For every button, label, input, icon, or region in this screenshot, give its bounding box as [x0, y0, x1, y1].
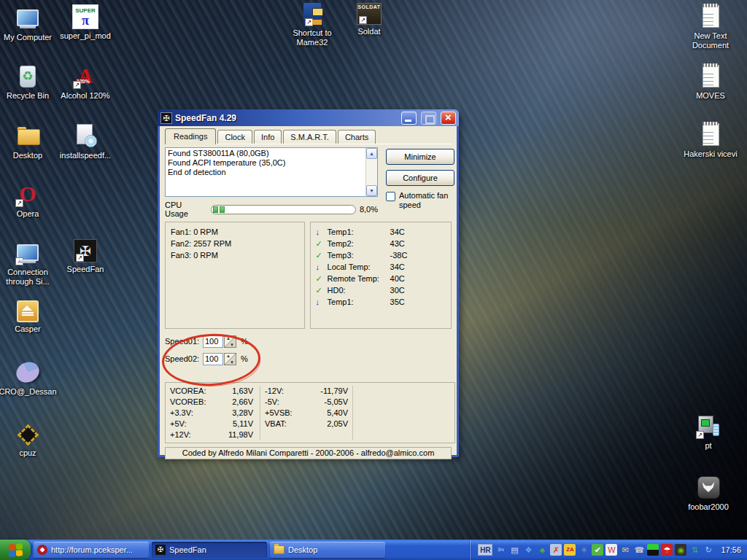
temp-row: ✓ Remote Temp: 40C	[316, 273, 446, 284]
speed01-spinner[interactable]	[224, 335, 236, 348]
desktop-icon-installspeedfan[interactable]: installspeedf...	[53, 122, 117, 160]
scroll-up-icon[interactable]: ▲	[366, 148, 377, 159]
tray-mail-icon[interactable]: ✉	[619, 544, 631, 556]
minimize-window-button[interactable]	[401, 112, 417, 125]
shortcut-arrow-icon	[15, 257, 23, 265]
tab-charts[interactable]: Charts	[338, 130, 376, 144]
icon-label: Alcohol 120%	[53, 91, 117, 101]
super-pi-icon: SUPER π	[72, 4, 98, 29]
tab-readings[interactable]: Readings	[165, 128, 216, 144]
minimize-button[interactable]: Minimize	[386, 149, 454, 165]
tab-info[interactable]: Info	[254, 130, 282, 144]
installer-icon	[71, 122, 99, 149]
speedfan-icon: ✠	[74, 239, 97, 262]
close-window-button[interactable]	[441, 112, 456, 125]
desktop-icon-soldat[interactable]: SOLDAT Soldat	[337, 3, 401, 36]
task-label: Desktop	[288, 545, 317, 554]
soldat-logo-text: SOLDAT	[357, 4, 380, 10]
taskbar-task-speedfan[interactable]: ✠ SpeedFan	[152, 542, 267, 558]
tray-device-error-icon[interactable]: ☎	[633, 544, 645, 556]
tray-network-error-icon[interactable]: ✗	[550, 544, 562, 556]
desktop-icon-foobar2000[interactable]: foobar2000	[676, 474, 740, 512]
windows-flag-icon	[9, 542, 23, 556]
speed02-input[interactable]	[203, 353, 223, 365]
chip-art	[17, 424, 39, 446]
temp-value: 34C	[390, 226, 405, 238]
temp-row: ✓ HD0: 30C	[316, 284, 446, 296]
speed02-spinner[interactable]	[224, 353, 236, 365]
temp-value: 35C	[390, 296, 405, 308]
tray-shield-check-icon[interactable]: ✔	[592, 544, 603, 556]
language-indicator[interactable]: HR	[478, 544, 492, 556]
desktop-icon-connection[interactable]: Connection through Si...	[0, 239, 60, 287]
start-button[interactable]	[0, 540, 31, 560]
icon-label: New Text Document	[678, 31, 743, 50]
tray-avira-icon[interactable]: ☂	[661, 544, 673, 556]
shortcut-arrow-icon	[696, 431, 704, 439]
maximize-window-button[interactable]	[421, 112, 436, 125]
voltage-value: 5,40V	[310, 408, 348, 419]
window-titlebar[interactable]: ✠ SpeedFan 4.29	[158, 109, 459, 126]
desktop-icon-opera[interactable]: O Opera	[0, 181, 60, 219]
network-connection-icon	[14, 239, 42, 265]
desktop-icon-super-pi[interactable]: SUPER π super_pi_mod	[53, 4, 117, 41]
temp-row: ↓ Local Temp: 34C	[316, 261, 446, 273]
configure-button[interactable]: Configure	[386, 170, 454, 186]
tab-clock[interactable]: Clock	[217, 130, 252, 144]
tray-nvidia-icon[interactable]: ◉	[675, 544, 686, 556]
tray-network-computers-icon[interactable]: ▤	[508, 544, 520, 556]
icon-label: Casper	[0, 324, 60, 334]
voltage-label: VCOREB:	[170, 397, 215, 408]
tray-counter-icon[interactable]: 3ч	[495, 544, 506, 556]
log-scrollbar[interactable]: ▲ ▼	[365, 148, 377, 196]
fan-readings-panel: Fan1: 0 RPM Fan2: 2557 RPM Fan3: 0 RPM	[165, 222, 305, 329]
fan-reading: Fan1: 0 RPM	[171, 226, 299, 238]
tray-arrows-icon[interactable]: ⇅	[689, 544, 700, 556]
icon-label: pt	[676, 441, 740, 451]
temp-row: ✓ Temp3: -38C	[316, 249, 446, 261]
tray-gear-error-icon[interactable]: ✳	[578, 544, 589, 556]
desktop-icon-my-computer[interactable]: My Computer	[0, 4, 60, 42]
shortcut-arrow-icon	[73, 81, 81, 89]
desktop-icon-new-text-document[interactable]: New Text Document	[678, 3, 743, 50]
tray-update-icon[interactable]: ↻	[703, 544, 714, 556]
desktop-icon-moves[interactable]: MOVES	[678, 63, 743, 101]
desktop-icon-mame32[interactable]: Shortcut to Mame32	[280, 3, 344, 47]
tray-zonealarm-icon[interactable]: ZA	[564, 544, 576, 556]
fan-reading: Fan3: 0 RPM	[171, 249, 299, 261]
voltage-row: +5V:5,11V	[170, 419, 255, 429]
desktop-icon-cro-dessan[interactable]: CRO@_Dessan	[0, 359, 60, 397]
desktop-icon-hakerski-vicevi[interactable]: Hakerski vicevi	[678, 121, 743, 159]
desktop-icon-speedfan[interactable]: ✠ SpeedFan	[53, 239, 117, 274]
window-fan-icon: ✠	[160, 112, 172, 124]
taskbar-clock[interactable]: 17:56	[721, 545, 741, 554]
temp-row: ✓ Temp2: 43C	[316, 238, 446, 249]
icon-label: Shortcut to Mame32	[280, 28, 344, 47]
tray-green-agent-icon[interactable]: ♣	[536, 544, 548, 556]
temp-value: 43C	[390, 238, 405, 249]
desktop-icon-cpuz[interactable]: cpuz	[0, 420, 60, 458]
automatic-fan-speed-checkbox[interactable]	[386, 192, 395, 201]
recycle-glyph: ♻	[22, 70, 33, 82]
scroll-down-icon[interactable]: ▼	[366, 185, 377, 196]
icon-label: CRO@_Dessan	[0, 387, 60, 397]
desktop-icon-desktop-folder[interactable]: Desktop	[0, 122, 60, 160]
log-line: End of detection	[168, 168, 363, 177]
voltage-value: -11,79V	[310, 386, 348, 397]
temp-down-icon: ↓	[316, 296, 328, 308]
speedfan-icon: ✠	[155, 545, 166, 555]
desktop-icon-recycle-bin[interactable]: ♻ Recycle Bin	[0, 63, 60, 101]
tray-messenger-icon[interactable]: ❖	[522, 544, 534, 556]
desktop-icon-alcohol[interactable]: A 120% Alcohol 120%	[53, 63, 117, 101]
speed01-input[interactable]	[203, 335, 223, 348]
folder-icon	[274, 545, 285, 554]
tray-word-icon[interactable]: W	[605, 544, 617, 556]
desktop-icon-casper[interactable]: Casper	[0, 300, 60, 334]
taskbar-task-desktop[interactable]: Desktop	[270, 542, 385, 558]
taskbar-task-opera[interactable]: http://forum.pceksper...	[34, 542, 149, 558]
desktop-icon-pt[interactable]: pt	[676, 413, 740, 451]
tray-speedfan-icon[interactable]	[647, 544, 659, 556]
temp-label: Temp1:	[328, 296, 390, 308]
tab-smart[interactable]: S.M.A.R.T.	[283, 130, 336, 144]
detection-log[interactable]: Found ST380011A (80,0GB) Found ACPI temp…	[165, 147, 378, 197]
